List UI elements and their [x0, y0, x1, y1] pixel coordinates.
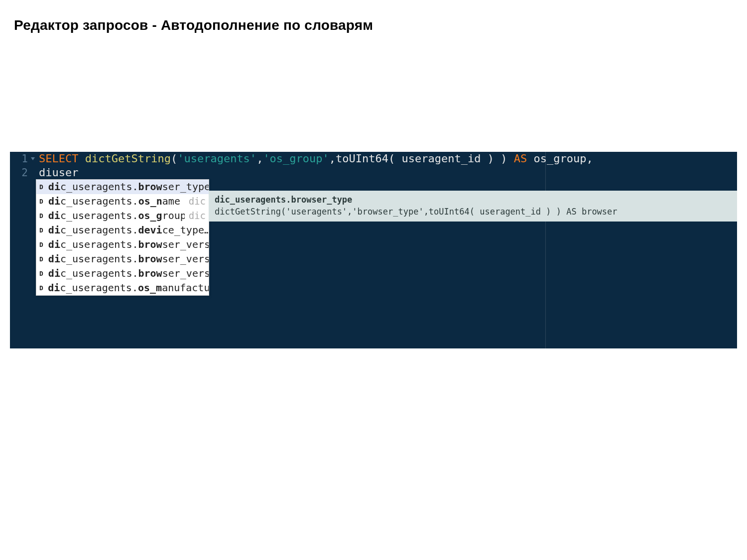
dict-icon: D [39, 223, 47, 237]
autocomplete-item[interactable]: Ddic_useragents.browser_vers [36, 237, 209, 252]
autocomplete-item[interactable]: Ddic_useragents.os_groupdic [36, 209, 209, 223]
autocomplete-item[interactable]: Ddic_useragents.browser_vers [36, 266, 209, 281]
autocomplete-item-label: dic_useragents.device_type… [48, 223, 209, 237]
keyword-select: SELECT [39, 152, 78, 165]
dict-icon: D [39, 237, 47, 252]
alias-osgroup: os_group [533, 152, 586, 165]
string-osgroup: 'os_group' [263, 152, 329, 165]
autocomplete-detail: dic_useragents.browser_type dictGetStrin… [209, 191, 737, 222]
comma: , [256, 152, 263, 165]
autocomplete-item[interactable]: Ddic_useragents.browser_type [36, 180, 209, 194]
dict-icon: D [39, 281, 47, 295]
autocomplete-item[interactable]: Ddic_useragents.device_type… [36, 223, 209, 237]
keyword-as: AS [514, 152, 527, 165]
string-useragents: 'useragents' [177, 152, 256, 165]
gutter-line-1[interactable]: 1 [10, 152, 34, 166]
autocomplete-item[interactable]: Ddic_useragents.os_manufactur [36, 281, 209, 295]
func-touint64: toUInt64( useragent_id ) ) [336, 152, 507, 165]
autocomplete-item-label: dic_useragents.os_name [48, 194, 185, 209]
paren-open: ( [171, 152, 177, 165]
code-editor[interactable]: 1 2 SELECT dictGetString('useragents','o… [10, 152, 737, 348]
code-line-1[interactable]: SELECT dictGetString('useragents','os_gr… [39, 152, 737, 166]
autocomplete-item-label: dic_useragents.os_group [48, 209, 185, 223]
page-title: Редактор запросов - Автодополнение по сл… [14, 17, 373, 33]
gutter-line-2[interactable]: 2 [10, 166, 34, 180]
dict-icon: D [39, 209, 47, 223]
autocomplete-item[interactable]: Ddic_useragents.os_namedic [36, 194, 209, 209]
func-dictgetstring: dictGetString [85, 152, 171, 165]
autocomplete-detail-body: dictGetString('useragents','browser_type… [215, 206, 731, 217]
dict-icon: D [39, 266, 47, 281]
dict-icon: D [39, 252, 47, 266]
dict-icon: D [39, 194, 47, 209]
autocomplete-item-label: dic_useragents.browser_vers [48, 252, 209, 266]
dict-icon: D [39, 180, 47, 194]
autocomplete-detail-title: dic_useragents.browser_type [215, 194, 731, 205]
autocomplete-item-label: dic_useragents.browser_type [48, 180, 209, 194]
typed-text: diuser [39, 166, 78, 179]
autocomplete-item-label: dic_useragents.browser_vers [48, 237, 209, 252]
comma: , [329, 152, 336, 165]
comma-trailing: , [586, 152, 593, 165]
autocomplete-item-meta: dic [185, 194, 209, 209]
autocomplete-item-label: dic_useragents.os_manufactur [48, 281, 209, 295]
editor-gutter: 1 2 [10, 152, 34, 348]
code-line-2[interactable]: diuser [39, 166, 737, 180]
autocomplete-item[interactable]: Ddic_useragents.browser_vers [36, 252, 209, 266]
autocomplete-popup[interactable]: Ddic_useragents.browser_typeDdic_userage… [36, 179, 209, 296]
autocomplete-item-label: dic_useragents.browser_vers [48, 266, 209, 281]
autocomplete-item-meta: dic [185, 209, 209, 223]
